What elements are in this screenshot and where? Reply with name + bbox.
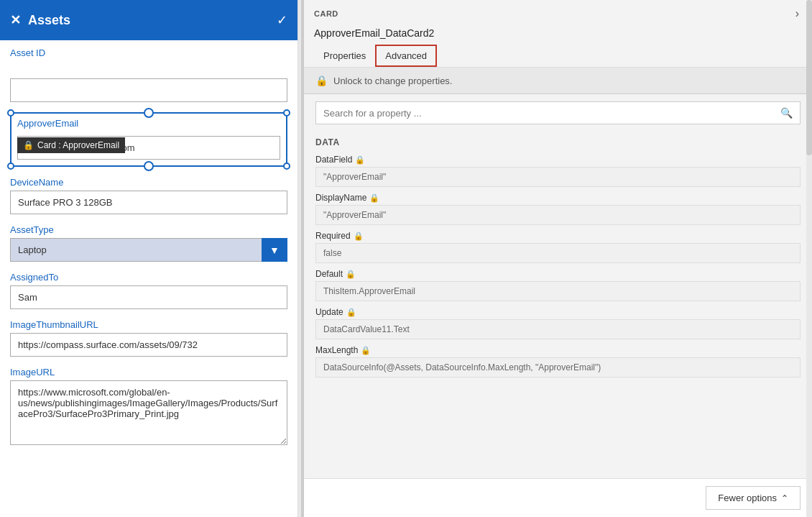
prop-value-required: false [315,243,801,263]
prop-row-datafield: DataField 🔒 "ApproverEmail" [304,150,812,188]
lock-update-icon: 🔒 [346,308,356,317]
tooltip-text: Card : ApproverEmail [37,140,119,150]
prop-label-datafield: DataField 🔒 [315,155,801,165]
input-image-thumbnail-url[interactable] [10,333,287,357]
card-section-label: CARD [314,9,338,18]
check-icon[interactable]: ✓ [277,12,287,28]
panel-title-group: ✕ Assets [10,12,70,28]
scrollbar-thumb[interactable] [806,0,812,155]
prop-row-default: Default 🔒 ThisItem.ApproverEmail [304,265,812,303]
field-label-asset-id: Asset ID [10,47,287,58]
left-content: Asset ID 🔒 Card : ApproverEmail Approver… [0,40,297,517]
field-label-image-url: ImageURL [10,367,287,378]
right-scrollbar[interactable] [806,0,812,517]
lock-default-icon: 🔒 [346,270,356,279]
left-header: ✕ Assets ✓ [0,0,297,40]
close-icon[interactable]: ✕ [10,12,21,28]
handle-br [283,163,290,170]
tab-properties[interactable]: Properties [314,45,375,67]
input-device-name[interactable] [10,191,287,214]
right-header: CARD › [304,0,812,24]
input-asset-id[interactable] [10,78,287,102]
chevron-right-icon[interactable]: › [793,4,802,23]
right-tabs: Properties Advanced [304,42,812,68]
prop-value-displayname: "ApproverEmail" [315,205,801,225]
fewer-options-button[interactable]: Fewer options ⌃ [706,486,801,510]
prop-value-default: ThisItem.ApproverEmail [315,281,801,301]
card-tooltip: 🔒 Card : ApproverEmail [17,137,125,153]
handle-tl [7,109,14,116]
lock-icon: 🔒 [315,75,328,86]
fewer-options-label: Fewer options [718,493,777,503]
field-label-assigned-to: AssignedTo [10,272,287,283]
field-asset-type: AssetType Laptop Desktop Tablet ▼ [10,224,287,262]
field-label-asset-type: AssetType [10,224,287,235]
data-section-header: DATA [304,132,812,150]
unlock-bar: 🔒 Unlock to change properties. [304,68,812,94]
prop-row-maxlength: MaxLength 🔒 DataSourceInfo(@Assets, Data… [304,341,812,379]
prop-value-maxlength: DataSourceInfo(@Assets, DataSourceInfo.M… [315,357,801,378]
card-title: ApproverEmail_DataCard2 [304,24,812,42]
lock-tooltip-icon: 🔒 [23,140,34,150]
center-divider [298,0,304,517]
select-wrapper-asset-type: Laptop Desktop Tablet ▼ [10,238,287,262]
field-label-image-thumbnail-url: ImageThumbnailURL [10,319,287,330]
prop-row-update: Update 🔒 DataCardValue11.Text [304,303,812,341]
field-image-thumbnail-url: ImageThumbnailURL [10,319,287,357]
prop-row-required: Required 🔒 false [304,227,812,265]
lock-required-icon: 🔒 [354,232,364,241]
search-bar: 🔍 [315,101,801,124]
handle-bl [7,163,14,170]
handle-tr [283,109,290,116]
field-label-approver-email: ApproverEmail [11,114,286,130]
prop-value-datafield: "ApproverEmail" [315,167,801,187]
unlock-text: Unlock to change properties. [333,76,452,86]
prop-label-default: Default 🔒 [315,269,801,279]
lock-maxlength-icon: 🔒 [361,346,371,355]
prop-label-update: Update 🔒 [315,307,801,317]
field-device-name: DeviceName [10,177,287,214]
field-assigned-to: AssignedTo [10,272,287,309]
prop-label-maxlength: MaxLength 🔒 [315,345,801,355]
textarea-image-url[interactable]: https://www.microsoft.com/global/en-us/n… [10,380,287,445]
property-search-input[interactable] [316,103,773,124]
lock-displayname-icon: 🔒 [369,193,379,203]
field-asset-id: Asset ID 🔒 Card : ApproverEmail [10,47,287,102]
input-assigned-to[interactable] [10,285,287,309]
right-content: 🔒 Unlock to change properties. 🔍 DATA Da… [304,68,812,478]
select-asset-type[interactable]: Laptop Desktop Tablet [10,238,287,262]
prop-label-displayname: DisplayName 🔒 [315,193,801,203]
chevron-up-icon: ⌃ [781,493,788,503]
tab-advanced[interactable]: Advanced [375,45,437,67]
field-label-device-name: DeviceName [10,177,287,188]
left-panel: ✕ Assets ✓ Asset ID 🔒 Card : ApproverEma… [0,0,298,517]
prop-value-update: DataCardValue11.Text [315,319,801,339]
prop-label-required: Required 🔒 [315,231,801,241]
lock-datafield-icon: 🔒 [355,155,365,165]
right-panel: CARD › ApproverEmail_DataCard2 Propertie… [304,0,812,517]
right-footer: Fewer options ⌃ [304,478,812,517]
search-icon: 🔍 [773,102,800,124]
panel-title: Assets [28,13,70,28]
field-image-url: ImageURL https://www.microsoft.com/globa… [10,367,287,447]
prop-row-displayname: DisplayName 🔒 "ApproverEmail" [304,188,812,227]
